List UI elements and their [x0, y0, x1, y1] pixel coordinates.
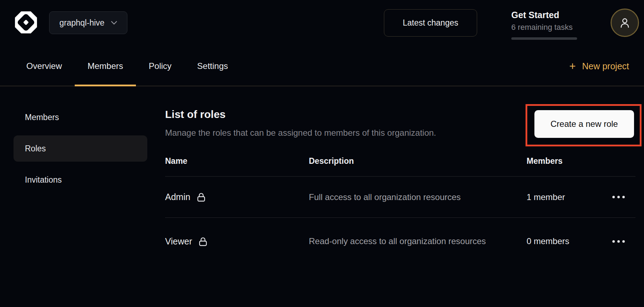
- ellipsis-icon: [612, 240, 625, 243]
- role-description: Read-only access to all organization res…: [309, 234, 490, 248]
- tab-members-label: Members: [88, 61, 123, 71]
- role-member-count: 0 members: [527, 236, 601, 246]
- person-icon: [619, 17, 631, 29]
- role-name: Admin: [165, 192, 190, 202]
- role-name: Viewer: [165, 236, 192, 247]
- column-header-description: Description: [309, 156, 527, 166]
- latest-changes-label: Latest changes: [403, 18, 458, 28]
- org-selector-label: graphql-hive: [59, 18, 105, 28]
- sidebar-item-roles[interactable]: Roles: [14, 135, 147, 162]
- org-selector[interactable]: graphql-hive: [49, 11, 127, 34]
- column-header-name: Name: [165, 156, 309, 166]
- role-description: Full access to all organization resource…: [309, 190, 490, 204]
- tab-settings-label: Settings: [197, 61, 228, 71]
- top-bar: graphql-hive Latest changes Get Started …: [0, 0, 644, 46]
- get-started-title: Get Started: [511, 10, 577, 20]
- hive-logo-icon[interactable]: [14, 11, 38, 34]
- page-title: List of roles: [165, 108, 226, 120]
- page-subtitle: Manage the roles that can be assigned to…: [165, 128, 436, 138]
- row-actions-menu-button[interactable]: [601, 240, 635, 243]
- tab-settings[interactable]: Settings: [184, 46, 241, 86]
- row-actions-menu-button[interactable]: [601, 196, 635, 198]
- get-started-widget[interactable]: Get Started 6 remaining tasks: [511, 10, 577, 40]
- table-row-admin[interactable]: Admin Full access to all organization re…: [165, 177, 635, 218]
- roles-table: Name Description Members Admin Full acce…: [165, 156, 635, 265]
- plus-icon: +: [569, 60, 576, 71]
- new-project-label: New project: [582, 61, 629, 71]
- user-avatar[interactable]: [611, 9, 639, 37]
- sidebar-item-invitations[interactable]: Invitations: [14, 167, 147, 193]
- members-sidebar: Members Roles Invitations: [0, 86, 165, 198]
- tab-members[interactable]: Members: [75, 46, 136, 86]
- create-role-button[interactable]: Create a new role: [534, 110, 634, 138]
- tab-policy-label: Policy: [149, 61, 171, 71]
- ellipsis-icon: [612, 196, 625, 198]
- tab-overview-label: Overview: [26, 61, 62, 71]
- org-nav-bar: Overview Members Policy Settings + New p…: [0, 46, 644, 86]
- column-header-members: Members: [527, 156, 601, 166]
- new-project-button[interactable]: + New project: [569, 60, 629, 71]
- roles-table-header: Name Description Members: [165, 156, 635, 177]
- annotation-highlight-box: Create a new role: [526, 104, 642, 146]
- roles-panel: List of roles Manage the roles that can …: [165, 86, 644, 307]
- role-name-cell: Viewer: [165, 236, 309, 247]
- chevron-down-icon: [111, 21, 117, 25]
- get-started-progress-bar: [511, 37, 577, 40]
- tab-policy[interactable]: Policy: [136, 46, 184, 86]
- sidebar-item-roles-label: Roles: [25, 144, 46, 154]
- lock-icon: [196, 192, 206, 202]
- sidebar-item-members-label: Members: [25, 113, 59, 122]
- role-member-count: 1 member: [527, 192, 601, 202]
- latest-changes-button[interactable]: Latest changes: [384, 9, 477, 37]
- org-tabs: Overview Members Policy Settings: [14, 46, 241, 86]
- table-row-viewer[interactable]: Viewer Read-only access to all organizat…: [165, 218, 635, 265]
- tab-overview[interactable]: Overview: [14, 46, 75, 86]
- sidebar-item-invitations-label: Invitations: [25, 175, 62, 185]
- app-window: graphql-hive Latest changes Get Started …: [0, 0, 644, 307]
- get-started-subtitle: 6 remaining tasks: [511, 23, 577, 32]
- role-name-cell: Admin: [165, 192, 309, 202]
- sidebar-item-members[interactable]: Members: [14, 104, 147, 130]
- lock-icon: [198, 236, 208, 247]
